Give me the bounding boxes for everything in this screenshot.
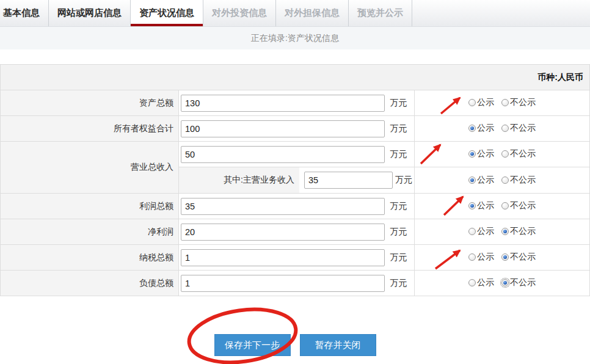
radio-public[interactable] <box>468 253 476 261</box>
asset-form-table: 币种:人民币 资产总额 万元 公示 不公示 所有者权益合计 万元 <box>0 64 590 296</box>
row-label: 所有者权益合计 <box>1 116 179 142</box>
sub-row-label: 其中:主营业务收入 <box>179 167 299 193</box>
row-label: 负债总额 <box>1 271 179 296</box>
row-label: 净利润 <box>1 219 179 245</box>
asset-status-form-page: 基本信息 网站或网店信息 资产状况信息 对外投资信息 对外担保信息 预览并公示 … <box>0 0 590 364</box>
radio-private-label[interactable]: 不公示 <box>510 175 536 186</box>
unit-label: 万元 <box>390 98 407 107</box>
save-close-button[interactable]: 暂存并关闭 <box>300 334 376 356</box>
radio-public[interactable] <box>468 202 476 209</box>
radio-private[interactable] <box>501 125 509 132</box>
radio-public-label[interactable]: 公示 <box>477 200 494 211</box>
radio-public[interactable] <box>468 228 476 235</box>
unit-label: 万元 <box>395 175 412 186</box>
radio-private-label[interactable]: 不公示 <box>510 97 536 108</box>
radio-private[interactable] <box>501 279 509 286</box>
net-profit-input[interactable] <box>181 224 385 241</box>
radio-public[interactable] <box>468 279 476 286</box>
radio-private[interactable] <box>501 253 509 261</box>
unit-label: 万元 <box>390 227 407 236</box>
row-label: 纳税总额 <box>1 245 179 271</box>
total-tax-input[interactable] <box>181 249 385 266</box>
tab-website-info[interactable]: 网站或网店信息 <box>49 0 131 26</box>
radio-private-label[interactable]: 不公示 <box>510 252 536 263</box>
radio-public-label[interactable]: 公示 <box>477 97 494 108</box>
radio-public[interactable] <box>468 99 476 106</box>
radio-public[interactable] <box>468 177 476 184</box>
radio-public-label[interactable]: 公示 <box>477 226 494 237</box>
tab-bar: 基本信息 网站或网店信息 资产状况信息 对外投资信息 对外担保信息 预览并公示 <box>0 0 590 27</box>
radio-private[interactable] <box>501 177 509 184</box>
radio-private-label[interactable]: 不公示 <box>510 123 536 134</box>
total-profit-input[interactable] <box>181 198 385 215</box>
tab-guarantee-info: 对外担保信息 <box>276 0 349 26</box>
radio-public-label[interactable]: 公示 <box>477 175 494 186</box>
radio-private[interactable] <box>501 150 509 158</box>
tab-basic-info[interactable]: 基本信息 <box>0 0 49 26</box>
unit-label: 万元 <box>390 278 407 288</box>
row-label: 资产总额 <box>1 90 179 116</box>
radio-public[interactable] <box>468 125 476 132</box>
unit-label: 万元 <box>390 123 407 133</box>
footer-actions: 保存并下一步 暂存并关闭 <box>0 334 590 356</box>
unit-label: 万元 <box>390 149 407 159</box>
tab-investment-info: 对外投资信息 <box>203 0 276 26</box>
row-label: 营业总收入 <box>1 142 179 194</box>
unit-label: 万元 <box>390 201 407 211</box>
radio-private[interactable] <box>501 202 509 209</box>
radio-public-label[interactable]: 公示 <box>477 123 494 134</box>
radio-private-label[interactable]: 不公示 <box>510 148 536 159</box>
radio-private-label[interactable]: 不公示 <box>510 200 536 211</box>
row-label: 利润总额 <box>1 194 179 219</box>
tab-asset-status-info[interactable]: 资产状况信息 <box>131 0 203 26</box>
status-band: 正在填录:资产状况信息 <box>0 27 590 49</box>
radio-public[interactable] <box>468 150 476 158</box>
save-next-button[interactable]: 保存并下一步 <box>214 334 291 356</box>
radio-private[interactable] <box>501 228 509 235</box>
main-business-revenue-input[interactable] <box>304 172 393 189</box>
radio-public-label[interactable]: 公示 <box>477 252 494 263</box>
radio-private[interactable] <box>501 99 509 106</box>
operating-revenue-input[interactable] <box>181 146 385 163</box>
radio-private-label[interactable]: 不公示 <box>510 277 536 288</box>
tab-preview-publish: 预览并公示 <box>349 0 412 26</box>
total-liabilities-input[interactable] <box>181 275 385 292</box>
unit-label: 万元 <box>390 252 407 262</box>
radio-public-label[interactable]: 公示 <box>477 277 494 288</box>
currency-header: 币种:人民币 <box>1 65 590 90</box>
status-text: 正在填录:资产状况信息 <box>251 33 339 44</box>
radio-private-label[interactable]: 不公示 <box>510 226 536 237</box>
radio-public-label[interactable]: 公示 <box>477 148 494 159</box>
total-assets-input[interactable] <box>181 95 385 112</box>
owner-equity-input[interactable] <box>181 120 385 137</box>
